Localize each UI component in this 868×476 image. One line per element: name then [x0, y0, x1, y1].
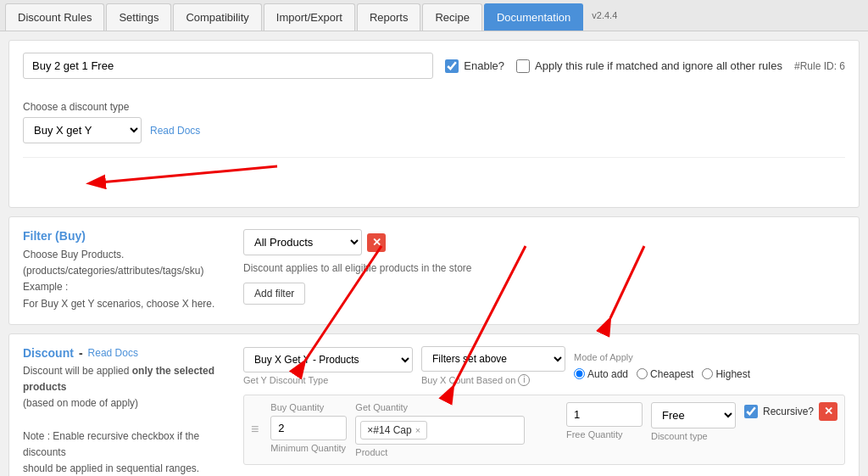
- tab-documentation[interactable]: Documentation: [484, 3, 583, 31]
- rule-id: #Rule ID: 6: [794, 60, 845, 72]
- discount-left: Discount - Read Docs Discount will be ap…: [23, 346, 226, 476]
- discount-type-select[interactable]: Buy X get Y: [23, 117, 142, 143]
- filter-title: Filter (Buy): [23, 229, 226, 243]
- filter-right: All Products ✕ Discount applies to all e…: [243, 229, 845, 312]
- discount-top-row: Buy X Get Y - Products Get Y Discount Ty…: [243, 346, 845, 386]
- buy-qty-group-label: Buy Quantity: [270, 402, 347, 412]
- get-qty-group-label: Get Quantity: [355, 402, 558, 412]
- tab-settings[interactable]: Settings: [106, 3, 171, 31]
- count-based-field: Filters set above Buy X Count Based on i: [421, 346, 565, 386]
- all-products-select[interactable]: All Products: [243, 229, 362, 255]
- rule-name-input[interactable]: [23, 53, 433, 79]
- discount-title: Discount: [23, 346, 74, 360]
- buy-qty-sub-label: Minimum Quantity: [270, 443, 347, 453]
- enable-label: Enable?: [464, 59, 504, 72]
- filter-dropdown-row: All Products ✕: [243, 229, 845, 255]
- recursive-label: Recursive?: [763, 406, 814, 417]
- free-qty-field: Free Quantity: [566, 402, 643, 440]
- product-tag-remove[interactable]: ×: [415, 425, 420, 435]
- discount-type-field: Free Discount type: [651, 402, 736, 441]
- filter-note: Discount applies to all eligible product…: [243, 262, 845, 274]
- get-y-type-field: Buy X Get Y - Products Get Y Discount Ty…: [243, 347, 413, 385]
- apply-rule-label: Apply this rule if matched and ignore al…: [535, 59, 782, 72]
- version-badge: v2.4.4: [592, 10, 617, 20]
- recursive-checkbox[interactable]: [744, 405, 758, 418]
- tab-discount-rules[interactable]: Discount Rules: [5, 3, 104, 31]
- filter-section: Filter (Buy) Choose Buy Products. (produ…: [8, 216, 860, 325]
- filter-remove-btn[interactable]: ✕: [367, 233, 386, 252]
- get-qty-field: Get Quantity ×#14 Cap × Product: [355, 402, 558, 457]
- discount-type-label: Choose a discount type: [23, 101, 845, 113]
- recursive-remove-btn[interactable]: ✕: [819, 402, 837, 421]
- discount-free-select[interactable]: Free: [651, 402, 736, 428]
- tab-recipe[interactable]: Recipe: [422, 3, 481, 31]
- get-y-type-label: Get Y Discount Type: [243, 375, 413, 385]
- radio-highest[interactable]: Highest: [702, 368, 750, 380]
- tab-reports[interactable]: Reports: [357, 3, 421, 31]
- quantity-row: ≡ Buy Quantity Minimum Quantity Get Quan…: [243, 395, 845, 465]
- radio-row: Auto add Cheapest Highest: [574, 368, 750, 380]
- tabs-bar: Discount Rules Settings Compatibility Im…: [0, 0, 868, 31]
- count-based-label: Buy X Count Based on i: [421, 374, 565, 386]
- product-tag: ×#14 Cap ×: [360, 421, 427, 440]
- product-sub-label: Product: [355, 447, 558, 457]
- product-tag-label: ×#14 Cap: [367, 424, 411, 436]
- drag-handle[interactable]: ≡: [251, 422, 259, 437]
- discount-header: Discount - Read Docs: [23, 346, 226, 360]
- discount-type-sub-label: Discount type: [651, 431, 736, 441]
- buy-qty-input[interactable]: [270, 416, 347, 440]
- discount-right: Buy X Get Y - Products Get Y Discount Ty…: [243, 346, 845, 476]
- filter-left: Filter (Buy) Choose Buy Products. (produ…: [23, 229, 226, 312]
- tab-compatibility[interactable]: Compatibility: [173, 3, 261, 31]
- mode-label: Mode of Apply: [574, 352, 750, 362]
- discount-read-docs[interactable]: Read Docs: [88, 347, 138, 359]
- red-arrow-1: [23, 149, 294, 200]
- top-section: Enable? Apply this rule if matched and i…: [8, 40, 860, 208]
- apply-rule-section: Apply this rule if matched and ignore al…: [516, 59, 845, 73]
- enable-checkbox[interactable]: [445, 59, 459, 73]
- discount-type-section: Choose a discount type Buy X get Y Read …: [23, 92, 845, 158]
- count-based-select[interactable]: Filters set above: [421, 346, 565, 372]
- enable-section: Enable?: [445, 59, 504, 73]
- free-qty-input[interactable]: [566, 402, 643, 427]
- add-filter-button[interactable]: Add filter: [243, 283, 305, 305]
- apply-rule-checkbox[interactable]: [516, 59, 530, 73]
- filter-description: Choose Buy Products. (products/categorie…: [23, 247, 226, 312]
- mode-section: Mode of Apply Auto add Cheapest Highest: [574, 352, 750, 380]
- recursive-row: Recursive? ✕: [744, 402, 837, 421]
- read-docs-link[interactable]: Read Docs: [150, 125, 200, 137]
- tab-import-export[interactable]: Import/Export: [264, 3, 355, 31]
- buy-qty-field: Buy Quantity Minimum Quantity: [270, 402, 347, 453]
- radio-auto-add[interactable]: Auto add: [574, 368, 628, 380]
- free-qty-sub-label: Free Quantity: [566, 429, 643, 440]
- discount-description: Discount will be applied only the select…: [23, 363, 226, 476]
- discount-section: Discount - Read Docs Discount will be ap…: [8, 333, 860, 476]
- radio-cheapest[interactable]: Cheapest: [637, 368, 693, 380]
- info-icon[interactable]: i: [518, 374, 530, 386]
- product-tag-input[interactable]: ×#14 Cap ×: [355, 416, 525, 445]
- discount-type-row: Buy X get Y Read Docs: [23, 117, 845, 143]
- rule-name-row: Enable? Apply this rule if matched and i…: [23, 53, 845, 79]
- get-y-type-select[interactable]: Buy X Get Y - Products: [243, 347, 413, 372]
